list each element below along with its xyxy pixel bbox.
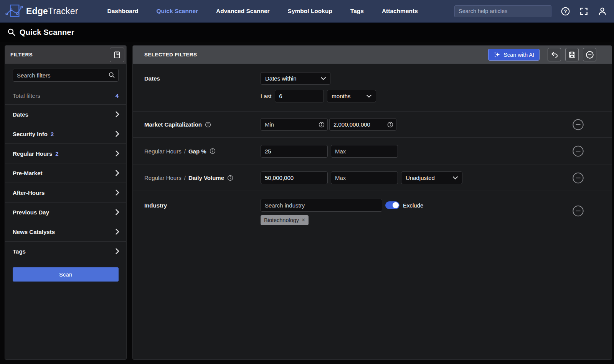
gap-min-input[interactable] xyxy=(261,145,328,158)
industry-label-group: Industry xyxy=(144,199,261,212)
sidebar-item-security-info[interactable]: Security Info 2 xyxy=(5,124,126,144)
minus-circle-icon xyxy=(572,205,584,217)
dates-unit-select[interactable]: months xyxy=(327,90,376,102)
toggle-knob xyxy=(393,202,399,208)
account-icon[interactable] xyxy=(597,7,607,16)
dates-label: Dates xyxy=(144,75,160,82)
gap-slash: / xyxy=(184,148,186,155)
info-icon[interactable] xyxy=(210,148,216,154)
page-title-bar: Quick Scanner xyxy=(0,23,614,42)
nav-quick-scanner[interactable]: Quick Scanner xyxy=(157,8,198,15)
exclude-toggle[interactable] xyxy=(385,201,399,209)
info-icon[interactable] xyxy=(387,122,393,128)
market-cap-min-input[interactable] xyxy=(261,118,328,131)
chevron-right-icon xyxy=(116,189,119,196)
sidebar-item-news-catalysts[interactable]: News Catalysts xyxy=(5,222,126,242)
volume-adjustment-select[interactable]: Unadjusted xyxy=(401,171,462,184)
remove-gap-filter-button[interactable] xyxy=(572,145,584,157)
sidebar-item-dates[interactable]: Dates xyxy=(5,105,126,124)
dates-label-group: Dates xyxy=(144,72,261,85)
minus-circle-icon xyxy=(572,145,584,157)
nav-advanced-scanner[interactable]: Advanced Scanner xyxy=(216,8,270,15)
minus-circle-icon xyxy=(572,119,584,130)
sidebar-item-previous-day[interactable]: Previous Day xyxy=(5,203,126,222)
chevron-down-icon xyxy=(321,77,326,80)
svg-text:?: ? xyxy=(564,8,567,14)
filter-row-dates: Dates Dates within Last months xyxy=(133,64,612,112)
dates-last-value-input[interactable] xyxy=(275,90,324,102)
sparkle-icon xyxy=(494,51,500,58)
chevron-down-icon xyxy=(453,176,458,180)
content-area: FILTERS Total filters 4 Dates xyxy=(0,42,614,364)
selected-filters-header: SELECTED FILTERS Scan with AI xyxy=(133,46,612,64)
search-icon xyxy=(109,72,115,79)
chevron-down-icon xyxy=(366,95,371,98)
nav-dashboard[interactable]: Dashboard xyxy=(107,8,139,15)
total-filters-label: Total filters xyxy=(13,92,40,99)
scan-with-ai-button[interactable]: Scan with AI xyxy=(488,49,540,61)
fullscreen-icon[interactable] xyxy=(579,7,588,16)
nav-symbol-lookup[interactable]: Symbol Lookup xyxy=(288,8,332,15)
sidebar-item-after-hours[interactable]: After-Hours xyxy=(5,183,126,203)
search-icon xyxy=(8,28,16,36)
chevron-right-icon xyxy=(116,248,119,254)
help-icon[interactable]: ? xyxy=(561,7,570,16)
topbar-right-group: ? xyxy=(454,5,607,17)
filters-header: FILTERS xyxy=(5,46,126,64)
brand-logo[interactable]: EdgeTracker xyxy=(5,4,78,18)
remove-volume-filter-button[interactable] xyxy=(572,172,584,184)
brand-name: EdgeTracker xyxy=(26,6,78,16)
industry-search-input[interactable] xyxy=(261,199,382,212)
dates-mode-select[interactable]: Dates within xyxy=(261,72,330,85)
chart-logo-icon xyxy=(5,4,23,18)
chevron-right-icon xyxy=(116,111,119,117)
filter-search-input[interactable] xyxy=(13,69,119,82)
selected-filters-panel: SELECTED FILTERS Scan with AI xyxy=(132,45,612,360)
last-label: Last xyxy=(261,93,271,99)
gap-label-group: Regular Hours / Gap % xyxy=(144,148,261,155)
remove-industry-filter-button[interactable] xyxy=(572,205,584,217)
save-button[interactable] xyxy=(565,48,579,61)
chevron-right-icon xyxy=(116,229,119,235)
industry-chip: Biotechnology × xyxy=(261,215,309,225)
filter-row-market-cap: Market Capitalization xyxy=(133,112,612,138)
volume-max-input[interactable] xyxy=(331,171,398,184)
volume-min-input[interactable] xyxy=(261,171,328,184)
market-cap-label: Market Capitalization xyxy=(144,121,202,128)
saved-filters-button[interactable] xyxy=(110,48,124,62)
chevron-right-icon xyxy=(116,170,119,176)
chevron-right-icon xyxy=(116,150,119,156)
sidebar-item-regular-hours[interactable]: Regular Hours 2 xyxy=(5,144,126,163)
market-cap-label-group: Market Capitalization xyxy=(144,121,261,128)
info-icon[interactable] xyxy=(227,175,233,181)
market-cap-min-wrap xyxy=(261,118,328,131)
dates-controls: Dates within Last months xyxy=(261,72,376,111)
chip-remove-icon[interactable]: × xyxy=(302,217,305,223)
minus-circle-icon xyxy=(586,51,594,59)
info-icon[interactable] xyxy=(319,122,325,128)
sidebar-item-pre-market[interactable]: Pre-Market xyxy=(5,163,126,183)
filter-row-volume: Regular Hours / Daily Volume Unadjusted xyxy=(133,165,612,191)
industry-chip-label: Biotechnology xyxy=(264,217,299,223)
nav-attachments[interactable]: Attachments xyxy=(382,8,418,15)
filter-row-gap: Regular Hours / Gap % xyxy=(133,138,612,165)
nav-tags[interactable]: Tags xyxy=(350,8,364,15)
remove-all-filters-button[interactable] xyxy=(583,48,596,61)
total-filters-count: 4 xyxy=(116,92,119,99)
volume-label: Daily Volume xyxy=(188,175,224,181)
scan-button[interactable]: Scan xyxy=(13,267,119,282)
undo-button[interactable] xyxy=(548,48,561,61)
market-cap-max-input[interactable] xyxy=(329,118,396,131)
gap-max-input[interactable] xyxy=(331,145,398,158)
volume-label-group: Regular Hours / Daily Volume xyxy=(144,175,261,181)
bookmark-icon xyxy=(113,51,121,59)
gap-label: Gap % xyxy=(188,148,206,155)
top-navigation-bar: EdgeTracker Dashboard Quick Scanner Adva… xyxy=(0,0,614,23)
filter-search-wrap xyxy=(13,69,119,82)
filters-sidebar: FILTERS Total filters 4 Dates xyxy=(5,45,127,360)
remove-market-cap-filter-button[interactable] xyxy=(572,119,584,130)
sidebar-item-tags[interactable]: Tags xyxy=(5,242,126,261)
help-search-input[interactable] xyxy=(454,5,551,17)
info-icon[interactable] xyxy=(205,122,211,128)
gap-prefix: Regular Hours xyxy=(144,148,182,155)
